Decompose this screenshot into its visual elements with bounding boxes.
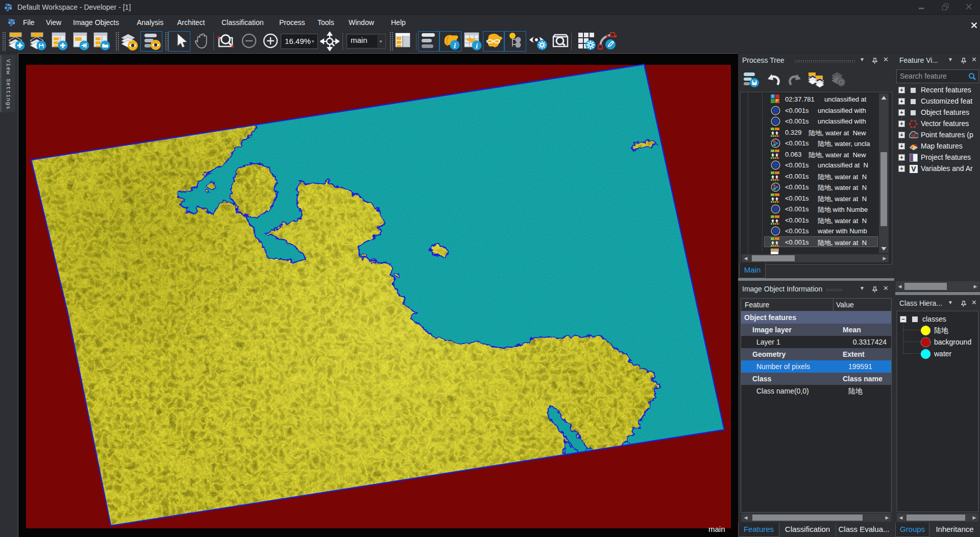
svg-text:V: V (911, 165, 916, 173)
